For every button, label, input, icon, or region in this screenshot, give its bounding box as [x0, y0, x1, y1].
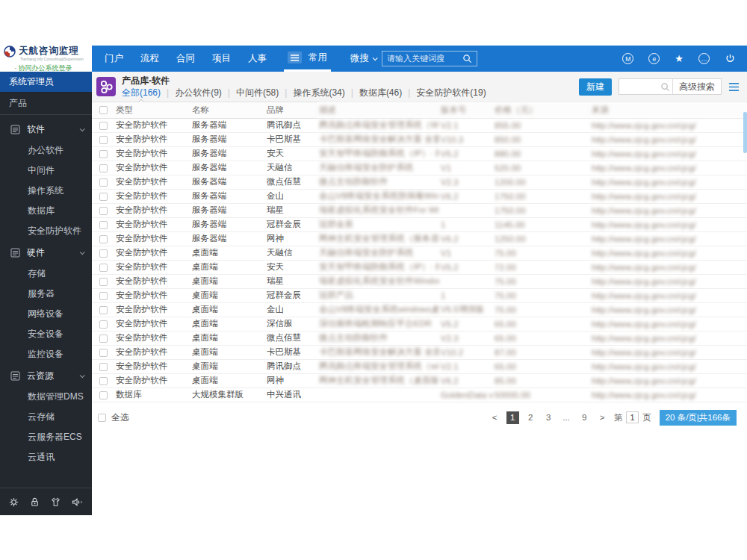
sound-icon[interactable] [71, 497, 84, 508]
row-checkbox[interactable] [99, 122, 108, 130]
nav-item-changyong[interactable]: 常用 [309, 52, 327, 64]
table-row[interactable]: 安全防护软件 服务器端 金山 金山V8终端安全系统防病毒Windows服务器版 … [92, 189, 747, 203]
row-checkbox[interactable] [99, 164, 108, 172]
sidebar-item[interactable]: 数据管理DMS [0, 387, 92, 407]
more-icon[interactable]: … [698, 53, 710, 64]
sidebar-group-0[interactable]: 软件 [0, 118, 92, 140]
next-page-button[interactable]: > [596, 411, 609, 424]
row-checkbox[interactable] [99, 136, 108, 144]
row-checkbox[interactable] [99, 349, 108, 357]
table-row[interactable]: 安全防护软件 桌面端 瑞星 瑞星虚拟化系统安全软件Windows桌面版 75.0… [92, 274, 747, 288]
table-row[interactable]: 安全防护软件 桌面端 金山 金山V8终端安全系统windows桌面版 V6.5增… [92, 302, 747, 317]
column-header[interactable]: 名称 [190, 102, 265, 118]
search-scope-dropdown[interactable]: 微搜 [350, 52, 376, 65]
row-checkbox[interactable] [99, 249, 108, 258]
prev-page-button[interactable]: < [489, 411, 501, 424]
theme-icon[interactable] [50, 497, 61, 508]
table-row[interactable]: 安全防护软件 桌面端 腾讯御点 腾讯御点终端安全管理系统（windows版）V2… [92, 359, 747, 373]
tab-5[interactable]: 安全防护软件(19) [416, 87, 486, 99]
table-row[interactable]: 安全防护软件 服务器端 天融信 天融信终端安全防护系统 V1 520.00 ht… [92, 161, 747, 175]
tab-1[interactable]: 办公软件(9) [175, 87, 222, 99]
advanced-search-button[interactable]: 高级搜索 [672, 79, 721, 94]
column-header[interactable]: 来源 [590, 102, 747, 118]
select-all-checkbox[interactable] [98, 414, 106, 422]
table-row[interactable]: 安全防护软件 桌面端 天融信 天融信终端安全防护系统 V1 75.00 http… [92, 246, 747, 260]
nav-item-4[interactable]: 人事 [248, 52, 267, 65]
sidebar-item[interactable]: 监控设备 [0, 344, 92, 364]
table-row[interactable]: 数据库 大规模集群版 中兴通讯 GoldenData v... 50000.00… [92, 388, 747, 402]
row-checkbox[interactable] [99, 377, 108, 385]
row-checkbox[interactable] [99, 292, 108, 300]
column-header[interactable]: 品牌 [265, 102, 317, 118]
message-icon[interactable]: e [648, 53, 660, 64]
row-checkbox[interactable] [99, 306, 108, 314]
table-scrollbar[interactable] [743, 112, 747, 153]
page-button-2[interactable]: 2 [524, 411, 537, 424]
sidebar-item[interactable]: 操作系统 [0, 181, 92, 201]
sidebar-section-product[interactable]: 产品 [0, 92, 92, 115]
sidebar-group-2[interactable]: 云资源 [0, 364, 92, 387]
sidebar-item[interactable]: 云通讯 [0, 447, 92, 467]
list-view-icon[interactable] [728, 82, 740, 92]
m-badge-icon[interactable]: M [622, 53, 633, 64]
sidebar-item[interactable]: 数据库 [0, 201, 92, 221]
column-header[interactable]: 类型 [114, 102, 190, 118]
row-checkbox[interactable] [99, 320, 108, 329]
page-button-9[interactable]: 9 [578, 411, 591, 424]
table-search-input[interactable] [619, 82, 658, 91]
nav-item-0[interactable]: 门户 [105, 52, 123, 65]
settings-icon[interactable] [8, 497, 19, 508]
table-row[interactable]: 安全防护软件 桌面端 微点佰慧 微点主动防御软件 V2.3 65.00 http… [92, 331, 747, 345]
row-checkbox[interactable] [99, 150, 108, 158]
page-button-1[interactable]: 1 [506, 411, 519, 424]
table-row[interactable]: 安全防护软件 桌面端 网神 网神主机安全管理系统（桌面版） V6.2 85.00… [92, 373, 747, 388]
lock-icon[interactable] [29, 497, 40, 508]
sidebar-item[interactable]: 中间件 [0, 161, 92, 181]
column-header[interactable]: 描述 [317, 102, 439, 118]
table-row[interactable]: 安全防护软件 桌面端 安天 安天智甲终端防御系统（IP）· 终端防护授权 V5.… [92, 260, 747, 274]
row-checkbox[interactable] [99, 391, 108, 399]
table-row[interactable]: 安全防护软件 服务器端 微点佰慧 微点主动防御软件 V2.3 1200.00 h… [92, 175, 747, 189]
tab-3[interactable]: 操作系统(34) [293, 87, 344, 99]
table-row[interactable]: 安全防护软件 桌面端 深信服 深信服终端检测响应平台EDR V5.2 65.00… [92, 317, 747, 331]
power-icon[interactable] [725, 53, 736, 64]
sidebar-item[interactable]: 安全设备 [0, 324, 92, 344]
page-size-summary[interactable]: 20 条/页|共166条 [660, 410, 737, 426]
table-row[interactable]: 安全防护软件 服务器端 腾讯御点 腾讯御点终端安全管理系统（Windows版） … [92, 118, 747, 132]
row-checkbox[interactable] [99, 221, 108, 229]
sidebar-item[interactable]: 办公软件 [0, 140, 92, 161]
column-header[interactable]: 版本号 [439, 102, 493, 118]
table-row[interactable]: 安全防护软件 服务器端 冠群金辰 冠群金辰 1 1145.00 http://w… [92, 217, 747, 231]
sidebar-item[interactable]: 安全防护软件 [0, 221, 92, 241]
sidebar-item[interactable]: 网络设备 [0, 304, 92, 324]
column-header[interactable]: 价格（元） [493, 102, 590, 118]
row-checkbox[interactable] [99, 278, 108, 286]
select-all-label[interactable]: 全选 [111, 411, 129, 424]
sidebar-item[interactable]: 云存储 [0, 407, 92, 427]
sidebar-item[interactable]: 存储 [0, 264, 92, 284]
page-button-3[interactable]: 3 [542, 411, 555, 424]
page-jump-input[interactable]: 1 [626, 411, 639, 423]
global-search-input[interactable]: 请输入关键词搜 [382, 51, 477, 66]
star-icon[interactable]: ★ [675, 54, 684, 63]
row-checkbox[interactable] [99, 193, 108, 201]
search-icon[interactable] [660, 82, 670, 92]
nav-item-2[interactable]: 合同 [176, 52, 195, 65]
row-checkbox[interactable] [99, 235, 108, 243]
table-row[interactable]: 安全防护软件 桌面端 卡巴斯基 卡巴斯基网络安全解决方案 全面防护版高级版KES… [92, 345, 747, 359]
row-checkbox[interactable] [99, 335, 108, 343]
search-icon[interactable] [462, 54, 472, 63]
tab-4[interactable]: 数据库(46) [359, 87, 402, 99]
menu-hamburger-icon[interactable] [288, 52, 302, 63]
tab-0[interactable]: 全部(166) [122, 87, 161, 99]
nav-item-1[interactable]: 流程 [140, 52, 159, 65]
tab-2[interactable]: 中间件(58) [236, 87, 279, 99]
row-checkbox[interactable] [99, 207, 108, 215]
table-row[interactable]: 安全防护软件 桌面端 冠群金辰 冠群产品 1 75.00 http://www.… [92, 288, 747, 302]
sidebar-item[interactable]: 服务器 [0, 284, 92, 304]
row-checkbox[interactable] [99, 264, 108, 272]
table-row[interactable]: 安全防护软件 服务器端 网神 网神主机安全管理系统（服务器版） V6.2 125… [92, 231, 747, 246]
header-checkbox[interactable] [99, 106, 108, 114]
page-button-...[interactable]: ... [560, 411, 573, 424]
table-row[interactable]: 安全防护软件 服务器端 瑞星 瑞星虚拟化系统安全软件For Windows服 务… [92, 203, 747, 217]
